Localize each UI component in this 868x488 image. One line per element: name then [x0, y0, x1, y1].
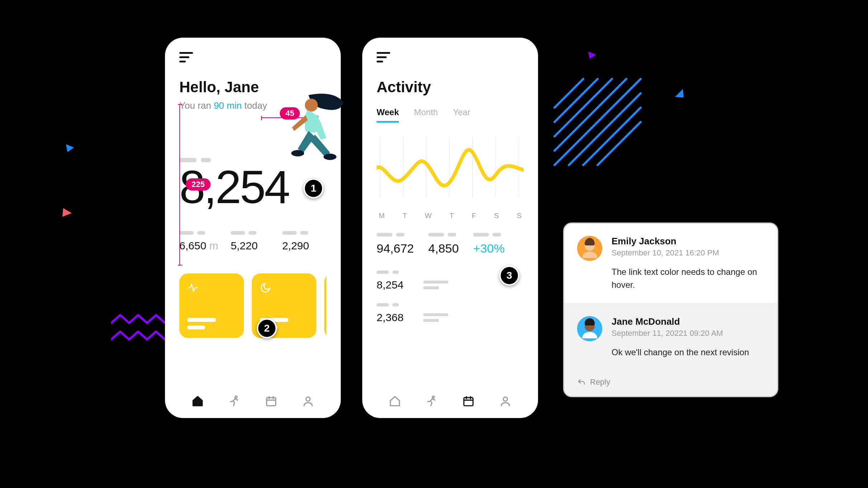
- svg-point-34: [503, 397, 507, 401]
- comment-date: September 11, 20221 09:20 AM: [612, 329, 764, 338]
- reply-button[interactable]: Reply: [564, 371, 777, 396]
- range-tabs: Week Month Year: [377, 107, 524, 123]
- diagonal-lines-icon: [551, 75, 644, 169]
- comment-text: Ok we'll change on the next revision: [612, 346, 764, 359]
- bottom-nav: [377, 385, 524, 407]
- triangle-icon: [61, 207, 73, 219]
- profile-icon[interactable]: [302, 395, 314, 407]
- stat-value: 6,650: [179, 240, 206, 252]
- comment-item: Jane McDonald September 11, 20221 09:20 …: [564, 304, 777, 371]
- metric-delta: +30%: [473, 241, 505, 255]
- svg-line-10: [583, 108, 641, 165]
- stat-item: 2,290: [282, 231, 326, 252]
- svg-point-15: [324, 154, 336, 160]
- list-item: 2,368: [377, 303, 524, 324]
- comments-panel: Emily Jackson September 10, 2021 16:20 P…: [563, 222, 778, 397]
- run-icon[interactable]: [228, 395, 241, 407]
- comment-date: September 10, 2021 16:20 PM: [612, 248, 764, 258]
- svg-point-14: [291, 150, 304, 156]
- day-label: W: [425, 212, 432, 220]
- metric-value: 4,850: [428, 241, 459, 255]
- stat-unit: m: [209, 240, 218, 252]
- svg-rect-30: [464, 398, 473, 406]
- metric-item: +30%: [473, 233, 505, 255]
- runner-illustration: [273, 92, 344, 174]
- metric-item: 94,672: [377, 233, 414, 255]
- triangle-icon: [674, 88, 685, 99]
- tab-year[interactable]: Year: [453, 107, 471, 123]
- svg-point-29: [432, 396, 434, 398]
- stats-row: 6,650 m 5,220 2,290: [179, 231, 326, 252]
- card-hydration[interactable]: [324, 273, 326, 338]
- page-title: Activity: [377, 79, 524, 96]
- sub-pre: You ran: [179, 100, 214, 111]
- heartbeat-icon: [187, 282, 199, 294]
- day-label: T: [449, 212, 454, 220]
- triangle-icon: [587, 50, 597, 60]
- svg-rect-13: [305, 114, 319, 132]
- svg-line-5: [555, 79, 626, 151]
- comment-text: The link text color needs to change on h…: [612, 266, 764, 291]
- svg-point-12: [305, 99, 318, 112]
- stat-item: 6,650 m: [179, 231, 223, 252]
- calendar-icon[interactable]: [462, 395, 475, 407]
- svg-marker-1: [62, 208, 72, 217]
- bottom-nav: [179, 385, 326, 407]
- triangle-icon: [65, 143, 75, 154]
- metric-item: 4,850: [428, 233, 459, 255]
- svg-marker-0: [66, 144, 74, 152]
- svg-line-9: [569, 93, 641, 165]
- activity-chart: [377, 133, 524, 209]
- list-value: 8,254: [377, 279, 412, 291]
- run-icon[interactable]: [426, 395, 438, 407]
- svg-rect-17: [267, 398, 276, 406]
- day-label: S: [517, 212, 522, 220]
- svg-point-21: [306, 397, 310, 401]
- tab-week[interactable]: Week: [377, 107, 399, 123]
- menu-button[interactable]: [377, 52, 391, 62]
- svg-marker-2: [588, 52, 596, 59]
- reply-arrow-icon: [577, 378, 586, 386]
- spec-ruler-vertical: [179, 104, 180, 266]
- profile-icon[interactable]: [499, 395, 511, 407]
- sub-highlight: 90 min: [214, 100, 242, 111]
- comment-item: Emily Jackson September 10, 2021 16:20 P…: [564, 224, 777, 304]
- callout-marker-1: 1: [303, 178, 324, 198]
- list-value: 2,368: [377, 311, 412, 324]
- day-label: F: [472, 212, 476, 220]
- svg-line-8: [555, 79, 583, 108]
- menu-button[interactable]: [179, 52, 194, 62]
- sub-post: today: [242, 100, 267, 111]
- phone-home-screen: 45 225 Hello, Jane You ran 90 min today …: [165, 38, 341, 418]
- callout-marker-3: 3: [499, 266, 519, 286]
- spec-pill: 225: [186, 178, 211, 191]
- tab-month[interactable]: Month: [414, 107, 438, 123]
- day-label: M: [379, 212, 385, 220]
- svg-line-6: [555, 79, 612, 136]
- cards-row: [179, 273, 326, 338]
- stat-value: 2,290: [282, 240, 309, 252]
- phone-activity-screen: Activity Week Month Year M T W T F S S 9…: [362, 38, 538, 418]
- home-icon[interactable]: [389, 395, 401, 407]
- day-axis: M T W T F S S: [377, 212, 524, 220]
- stat-item: 5,220: [231, 231, 275, 252]
- avatar: [577, 236, 602, 261]
- svg-point-16: [235, 396, 237, 398]
- stat-value: 5,220: [231, 240, 258, 252]
- calendar-icon[interactable]: [265, 395, 277, 407]
- day-label: S: [494, 212, 499, 220]
- home-icon[interactable]: [192, 395, 204, 407]
- day-label: T: [403, 212, 407, 220]
- comment-author: Jane McDonald: [612, 316, 764, 327]
- reply-label: Reply: [590, 377, 610, 387]
- card-heart-rate[interactable]: [179, 273, 244, 338]
- callout-marker-2: 2: [257, 318, 277, 338]
- avatar: [577, 316, 602, 341]
- moon-icon: [260, 282, 271, 294]
- comment-author: Emily Jackson: [612, 236, 764, 247]
- metric-value: 94,672: [377, 241, 414, 255]
- metrics-row: 94,672 4,850 +30%: [377, 233, 524, 255]
- svg-marker-3: [675, 89, 684, 98]
